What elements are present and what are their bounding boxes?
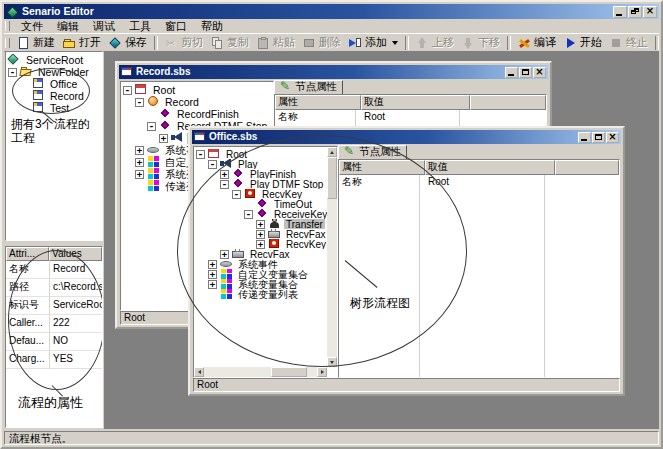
close-button[interactable] (533, 67, 546, 78)
table-row[interactable]: 标识号ServiceRoot/New... (6, 297, 102, 315)
expand-toggle[interactable]: + (135, 146, 144, 155)
scrollbar-thumb[interactable] (327, 157, 337, 199)
expand-toggle[interactable]: + (159, 134, 168, 143)
column-header[interactable]: 取值 (361, 95, 470, 110)
table-row[interactable]: 路径c:\Record.sbs (6, 279, 102, 297)
tree-item[interactable]: -Root (121, 84, 273, 96)
expand-toggle[interactable]: + (256, 240, 265, 249)
table-row[interactable]: Charg...YES (6, 351, 102, 369)
column-header[interactable]: Values (49, 247, 102, 261)
maximize-button[interactable] (592, 132, 605, 143)
menu-item-5[interactable]: 窗口 (159, 20, 193, 33)
table-row[interactable]: 名称Record (6, 261, 102, 279)
collapse-toggle[interactable]: - (208, 160, 217, 169)
menu-item-6[interactable]: 帮助 (195, 20, 229, 33)
tree-item[interactable]: ServiceRoot (6, 54, 102, 66)
tree-item[interactable]: TimeOut (194, 199, 327, 209)
tree-item[interactable]: +RecvKey (194, 239, 327, 249)
toolbar-paste-button[interactable]: 粘贴 (253, 35, 299, 50)
tree-item[interactable]: -RecvKey (194, 189, 327, 199)
scroll-up-button[interactable] (327, 147, 337, 157)
column-header[interactable]: 属性 (339, 160, 425, 175)
tree-item[interactable]: -Play DTMF Stop (194, 179, 327, 189)
toolbar-arrow-up-button[interactable]: 上移 (412, 35, 458, 50)
tree-item[interactable]: Test (6, 102, 102, 114)
expand-toggle[interactable]: + (135, 170, 144, 179)
expand-toggle[interactable]: + (220, 250, 229, 259)
scroll-left-button[interactable] (194, 367, 204, 377)
tree-item[interactable]: +系统事件 (194, 259, 327, 269)
tree-item[interactable]: -NewFolder (6, 66, 102, 78)
expand-toggle[interactable]: + (208, 270, 217, 279)
tree-item[interactable]: -ReceiveKey Cor (194, 209, 327, 219)
tree-item[interactable]: +PlayFinish (194, 169, 327, 179)
expand-toggle[interactable]: + (208, 280, 217, 289)
expand-toggle[interactable]: + (256, 230, 265, 239)
tree-item[interactable]: +RecvFax (194, 229, 327, 239)
column-header[interactable] (470, 95, 546, 110)
tree-item[interactable]: Office (6, 78, 102, 90)
tree-item[interactable]: +系统变量集合 (194, 279, 327, 289)
toolbar-delete-button[interactable]: 删除 (299, 35, 345, 50)
scroll-down-button[interactable] (327, 357, 337, 367)
restore-button[interactable] (628, 6, 642, 18)
collapse-toggle[interactable]: - (147, 122, 156, 131)
record-window-title-bar[interactable]: Record.sbs (119, 65, 548, 79)
minimize-button[interactable] (505, 67, 518, 78)
tree-item[interactable]: -Play (194, 159, 327, 169)
column-header[interactable]: Attri... (6, 247, 49, 261)
tree-item[interactable]: RecordFinish (121, 108, 273, 120)
tab-node-properties[interactable]: 节点属性 (338, 145, 407, 160)
toolbar-copy-button[interactable]: 复制 (207, 35, 253, 50)
collapse-toggle[interactable]: - (244, 210, 253, 219)
close-button[interactable] (643, 6, 657, 18)
toolbar-stop-button[interactable]: 终止 (606, 35, 652, 50)
column-header[interactable] (555, 160, 619, 175)
table-row[interactable]: Defau...NO (6, 333, 102, 351)
horizontal-scrollbar[interactable] (194, 367, 327, 377)
collapse-toggle[interactable]: - (196, 150, 205, 159)
tree-item[interactable]: Record (6, 90, 102, 102)
collapse-toggle[interactable]: - (8, 68, 17, 77)
scroll-right-button[interactable] (317, 367, 327, 377)
toolbar-arrow-down-button[interactable]: 下移 (458, 35, 504, 50)
tree-item[interactable]: -Record (121, 96, 273, 108)
tab-node-properties[interactable]: 节点属性 (274, 80, 343, 95)
vertical-scrollbar[interactable] (327, 147, 337, 367)
minimize-button[interactable] (578, 132, 591, 143)
dropdown-caret-icon[interactable] (392, 41, 398, 45)
expand-toggle[interactable]: + (135, 158, 144, 167)
column-header[interactable]: 取值 (425, 160, 555, 175)
tree-item[interactable]: 传递变量列表 (194, 289, 327, 299)
toolbar-new-doc-button[interactable]: 新建 (13, 35, 59, 50)
tree-item[interactable]: +RecvFax (194, 249, 327, 259)
tree-item[interactable]: +Transfer (194, 219, 327, 229)
menu-item-4[interactable]: 工具 (123, 20, 157, 33)
collapse-toggle[interactable]: - (135, 98, 144, 107)
toolbar-save-diamond-button[interactable]: 保存 (105, 35, 151, 50)
expand-toggle[interactable]: + (256, 220, 265, 229)
minimize-button[interactable] (613, 6, 627, 18)
collapse-toggle[interactable]: - (232, 190, 241, 199)
toolbar-add-button[interactable]: 添加 (345, 35, 402, 50)
toolbar-grip[interactable] (5, 38, 10, 48)
table-row[interactable]: 名称Root (275, 110, 546, 123)
menu-item-2[interactable]: 编辑 (51, 20, 85, 33)
menu-item-1[interactable]: 文件 (15, 20, 49, 33)
office-window-title-bar[interactable]: Office.sbs (192, 130, 621, 144)
close-button[interactable] (606, 132, 619, 143)
toolbar-compile-button[interactable]: 编译 (514, 35, 560, 50)
collapse-toggle[interactable]: - (220, 180, 229, 189)
expand-toggle[interactable]: + (208, 260, 217, 269)
collapse-toggle[interactable]: - (123, 86, 132, 95)
menu-item-3[interactable]: 调试 (87, 20, 121, 33)
table-row[interactable]: Caller...222 (6, 315, 102, 333)
toolbar-play-button[interactable]: 开始 (560, 35, 606, 50)
tree-item[interactable]: -Root (194, 149, 327, 159)
table-row[interactable]: 名称Root (339, 175, 619, 188)
scrollbar-thumb[interactable] (271, 367, 307, 377)
maximize-button[interactable] (519, 67, 532, 78)
expand-toggle[interactable]: + (220, 170, 229, 179)
toolbar-open-folder-button[interactable]: 打开 (59, 35, 105, 50)
column-header[interactable]: 属性 (275, 95, 361, 110)
